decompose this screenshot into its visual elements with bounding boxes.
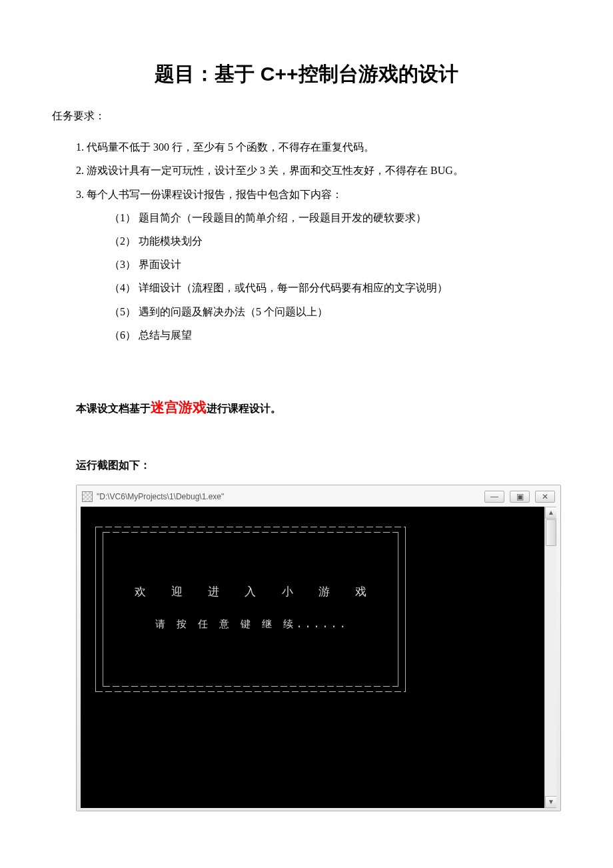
welcome-text: 欢 迎 进 入 小 游 戏 xyxy=(103,532,398,599)
maximize-button[interactable]: ▣ xyxy=(510,491,530,503)
requirement-2: 2. 游戏设计具有一定可玩性，设计至少 3 关，界面和交互性友好，不得存在 BU… xyxy=(52,159,561,182)
scroll-down-arrow-icon[interactable]: ▼ xyxy=(545,796,556,808)
subitem-5: （5） 遇到的问题及解决办法（5 个问题以上） xyxy=(52,300,561,323)
close-button[interactable]: ✕ xyxy=(535,491,555,503)
window-title-path: "D:\VC6\MyProjects\1\Debug\1.exe" xyxy=(97,492,484,501)
scroll-up-arrow-icon[interactable]: ▲ xyxy=(545,507,556,519)
subitem-3: （3） 界面设计 xyxy=(52,253,561,276)
window-controls: — ▣ ✕ xyxy=(484,491,555,503)
design-basis-suffix: 进行课程设计。 xyxy=(207,403,281,414)
window-titlebar: "D:\VC6\MyProjects\1\Debug\1.exe" — ▣ ✕ xyxy=(81,489,556,504)
continue-text: 请 按 任 意 键 继 续...... xyxy=(103,599,398,631)
minimize-button[interactable]: — xyxy=(484,491,504,503)
scroll-thumb[interactable] xyxy=(546,519,556,546)
app-icon xyxy=(82,491,93,502)
design-basis-line: 本课设文档基于迷宫游戏进行课程设计。 xyxy=(52,393,561,421)
design-basis-prefix: 本课设文档基于 xyxy=(76,403,151,414)
requirements-heading: 任务要求： xyxy=(52,104,561,127)
subitem-1: （1） 题目简介（一段题目的简单介绍，一段题目开发的硬软要求） xyxy=(52,206,561,229)
document-title: 题目：基于 C++控制台游戏的设计 xyxy=(52,60,561,88)
requirement-1: 1. 代码量不低于 300 行，至少有 5 个函数，不得存在重复代码。 xyxy=(52,135,561,159)
design-basis-highlight: 迷宫游戏 xyxy=(151,399,207,415)
inner-border-box: 欢 迎 进 入 小 游 戏 请 按 任 意 键 继 续...... xyxy=(103,532,398,687)
console-area: 欢 迎 进 入 小 游 戏 请 按 任 意 键 继 续...... ▲ ▼ xyxy=(81,507,556,808)
requirement-3: 3. 每个人书写一份课程设计报告，报告中包含如下内容： xyxy=(52,183,561,206)
vertical-scrollbar[interactable]: ▲ ▼ xyxy=(544,507,556,808)
subitem-2: （2） 功能模块划分 xyxy=(52,229,561,253)
console-content: 欢 迎 进 入 小 游 戏 请 按 任 意 键 继 续...... xyxy=(81,507,556,692)
subitem-4: （4） 详细设计（流程图，或代码，每一部分代码要有相应的文字说明） xyxy=(52,276,561,299)
subitem-6: （6） 总结与展望 xyxy=(52,323,561,347)
outer-border-box: 欢 迎 进 入 小 游 戏 请 按 任 意 键 继 续...... xyxy=(95,527,406,692)
screenshot-label: 运行截图如下： xyxy=(52,459,561,473)
window-frame: "D:\VC6\MyProjects\1\Debug\1.exe" — ▣ ✕ … xyxy=(76,485,561,811)
